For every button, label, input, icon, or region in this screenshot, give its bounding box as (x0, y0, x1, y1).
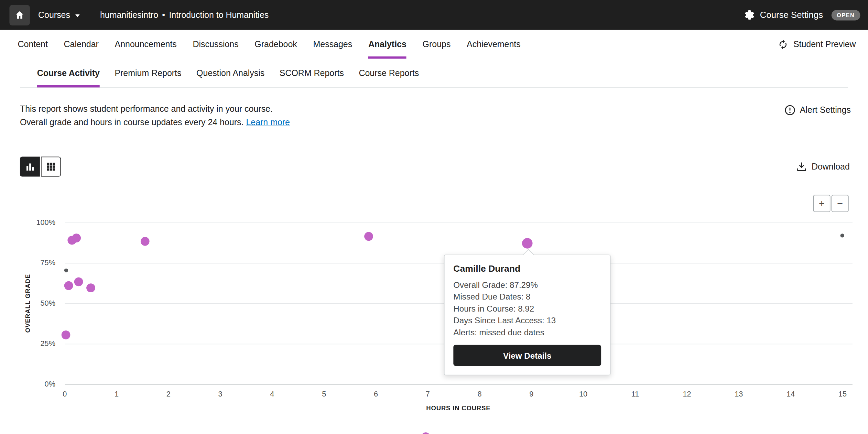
tab-announcements[interactable]: Announcements (115, 30, 177, 59)
tab-achievements[interactable]: Achievements (467, 30, 521, 59)
student-preview-button[interactable]: Student Preview (778, 30, 856, 59)
x-tick-label: 5 (312, 390, 336, 398)
data-point[interactable] (61, 330, 70, 339)
topbar-right: Course Settings OPEN (744, 9, 860, 20)
alert-settings-label: Alert Settings (800, 105, 851, 115)
download-label: Download (812, 162, 850, 172)
gear-icon[interactable] (744, 9, 755, 20)
subtab-course-reports[interactable]: Course Reports (359, 59, 419, 88)
tab-gradebook[interactable]: Gradebook (254, 30, 297, 59)
top-bar: Courses humanitiesintro • Introduction t… (0, 0, 868, 30)
breadcrumb: humanitiesintro • Introduction to Humani… (100, 10, 269, 20)
x-tick-label: 7 (415, 390, 440, 398)
student-tooltip: Camille Durand Overall Grade: 87.29%Miss… (444, 254, 611, 376)
tab-analytics[interactable]: Analytics (368, 30, 406, 59)
tab-messages[interactable]: Messages (313, 30, 352, 59)
tab-calendar[interactable]: Calendar (64, 30, 99, 59)
report-description-line2: Overall grade and hours in course update… (20, 116, 290, 129)
tooltip-stat-line: Days Since Last Access: 13 (453, 314, 601, 326)
home-button[interactable] (9, 5, 30, 25)
data-point[interactable] (74, 277, 83, 286)
tooltip-stats: Overall Grade: 87.29%Missed Due Dates: 8… (453, 279, 601, 338)
courses-menu-button[interactable]: Courses (38, 10, 79, 20)
student-preview-label: Student Preview (793, 39, 856, 49)
report-description: This report shows student performance an… (20, 102, 290, 129)
learn-more-link[interactable]: Learn more (246, 117, 290, 127)
chart-view-button[interactable] (20, 157, 40, 177)
chevron-down-icon (75, 14, 79, 17)
x-tick-label: 9 (519, 390, 544, 398)
sync-icon (778, 39, 789, 50)
y-tick-label: 75% (17, 259, 55, 268)
tooltip-stat-line: Overall Grade: 87.29% (453, 279, 601, 291)
subtab-course-activity[interactable]: Course Activity (37, 59, 100, 88)
view-details-button[interactable]: View Details (453, 345, 601, 366)
download-button[interactable]: Download (796, 161, 850, 172)
tooltip-stat-line: Alerts: missed due dates (453, 326, 601, 338)
x-tick-label: 3 (208, 390, 232, 398)
breadcrumb-separator: • (162, 10, 165, 20)
x-axis-title: HOURS IN COURSE (426, 405, 490, 411)
table-grid-icon (46, 162, 56, 172)
gridline (65, 384, 853, 385)
course-settings-button[interactable]: Course Settings (760, 10, 823, 20)
view-toggle (20, 157, 61, 177)
chart-controls-row: Download (0, 157, 868, 177)
download-icon (796, 161, 807, 172)
alert-icon (784, 105, 795, 116)
analytics-page: Courses humanitiesintro • Introduction t… (0, 0, 868, 434)
courses-label: Courses (38, 10, 70, 20)
data-point[interactable] (86, 284, 95, 293)
x-tick-label: 10 (571, 390, 596, 398)
x-tick-label: 14 (779, 390, 803, 398)
x-tick-label: 1 (105, 390, 129, 398)
zoom-in-button[interactable]: + (813, 195, 831, 212)
data-point[interactable] (65, 281, 74, 290)
bar-chart-icon (25, 161, 35, 172)
x-tick-label: 2 (156, 390, 181, 398)
x-tick-label: 8 (467, 390, 492, 398)
course-nav: ContentCalendarAnnouncementsDiscussionsG… (0, 30, 868, 59)
report-info-row: This report shows student performance an… (0, 88, 868, 129)
home-icon (14, 10, 25, 20)
table-view-button[interactable] (41, 157, 61, 177)
tooltip-stat-line: Missed Due Dates: 8 (453, 291, 601, 303)
tooltip-caret (522, 249, 534, 261)
x-tick-label: 4 (260, 390, 284, 398)
data-point[interactable] (64, 269, 68, 272)
y-tick-label: 0% (17, 380, 55, 389)
x-tick-label: 11 (623, 390, 647, 398)
status-badge: OPEN (831, 10, 860, 20)
data-point[interactable] (141, 237, 150, 246)
data-point[interactable] (421, 432, 430, 434)
y-tick-label: 25% (17, 339, 55, 348)
y-tick-label: 100% (17, 218, 55, 227)
x-tick-label: 13 (727, 390, 751, 398)
course-code: humanitiesintro (100, 10, 158, 20)
subtab-premium-reports[interactable]: Premium Reports (115, 59, 181, 88)
x-tick-label: 0 (53, 390, 77, 398)
y-tick-label: 50% (17, 299, 55, 308)
tab-groups[interactable]: Groups (423, 30, 451, 59)
x-tick-label: 6 (364, 390, 388, 398)
data-point-camille-durand[interactable] (522, 238, 533, 249)
course-title: Introduction to Humanities (169, 10, 269, 20)
nav-tabs: ContentCalendarAnnouncementsDiscussionsG… (18, 30, 521, 59)
tab-content[interactable]: Content (18, 30, 48, 59)
data-point[interactable] (364, 232, 373, 241)
zoom-out-button[interactable]: − (832, 195, 849, 212)
tooltip-student-name: Camille Durand (453, 263, 601, 274)
x-tick-label: 15 (831, 390, 855, 398)
subtab-question-analysis[interactable]: Question Analysis (196, 59, 264, 88)
tab-discussions[interactable]: Discussions (193, 30, 239, 59)
tooltip-stat-line: Hours in Course: 8.92 (453, 303, 601, 315)
data-point[interactable] (840, 234, 844, 237)
alert-settings-button[interactable]: Alert Settings (784, 105, 851, 116)
report-description-line1: This report shows student performance an… (20, 102, 290, 116)
analytics-subnav: Course ActivityPremium ReportsQuestion A… (20, 59, 848, 88)
zoom-controls: + − (813, 195, 849, 212)
data-point[interactable] (72, 234, 81, 243)
x-tick-label: 12 (675, 390, 699, 398)
gridline (65, 223, 853, 223)
subtab-scorm-reports[interactable]: SCORM Reports (280, 59, 344, 88)
